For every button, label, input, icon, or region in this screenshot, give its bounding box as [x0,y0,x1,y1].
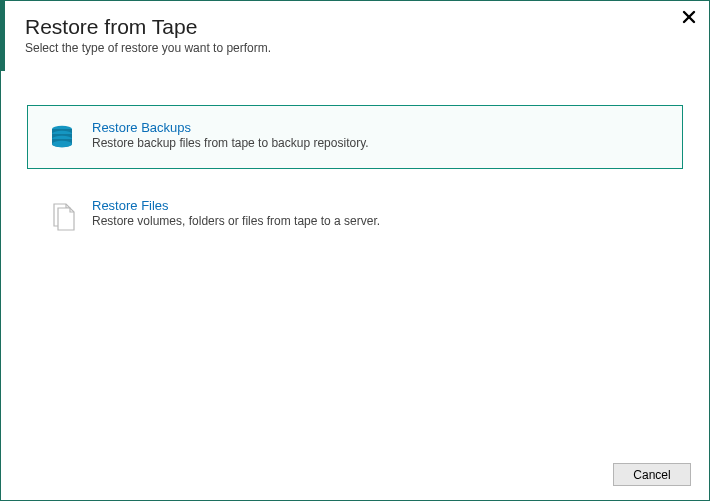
option-title: Restore Files [92,198,668,213]
option-title: Restore Backups [92,120,668,135]
database-tape-icon [42,120,86,154]
option-text: Restore Backups Restore backup files fro… [86,120,668,150]
restore-from-tape-dialog: Restore from Tape Select the type of res… [0,0,710,501]
dialog-footer: Cancel [613,463,691,486]
option-text: Restore Files Restore volumes, folders o… [86,198,668,228]
dialog-subtitle: Select the type of restore you want to p… [25,41,685,55]
dialog-title: Restore from Tape [25,15,685,39]
close-button[interactable] [679,7,699,27]
cancel-button[interactable]: Cancel [613,463,691,486]
restore-options-list: Restore Backups Restore backup files fro… [1,55,709,247]
option-restore-backups[interactable]: Restore Backups Restore backup files fro… [27,105,683,169]
accent-strip [1,1,5,71]
close-icon [682,10,696,24]
option-restore-files[interactable]: Restore Files Restore volumes, folders o… [27,183,683,247]
svg-point-5 [52,141,72,147]
option-desc: Restore volumes, folders or files from t… [92,214,668,228]
dialog-header: Restore from Tape Select the type of res… [1,1,709,55]
files-icon [42,198,86,232]
option-desc: Restore backup files from tape to backup… [92,136,668,150]
